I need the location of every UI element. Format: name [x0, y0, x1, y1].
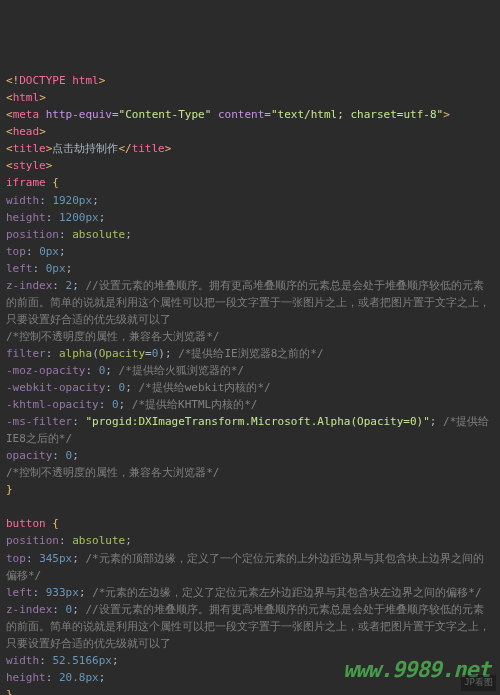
code-block: <!DOCTYPE html><html><meta http-equiv="C… [6, 72, 494, 695]
corner-badge: JP看图 [461, 675, 496, 691]
